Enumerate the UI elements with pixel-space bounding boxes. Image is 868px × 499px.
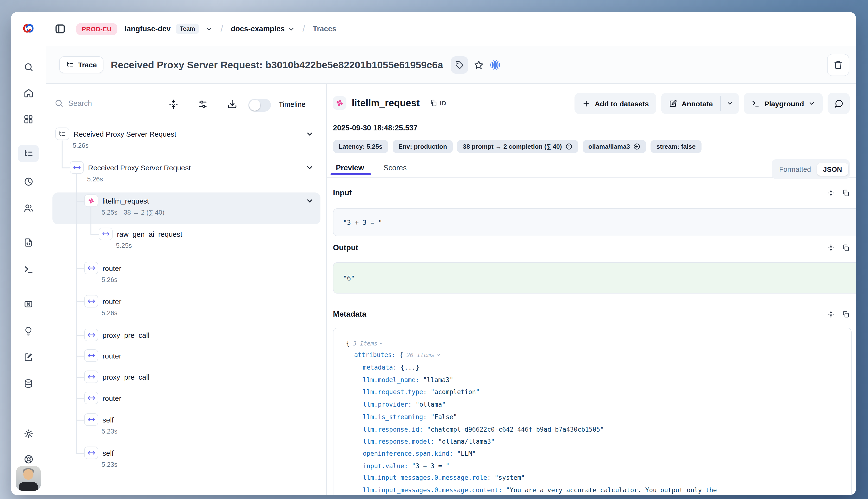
sidebar-item-playground[interactable] [18,261,39,278]
collapse-all-button[interactable] [168,99,179,109]
globe-icon [489,59,501,71]
metadata-json-line: {3 Items [346,340,384,347]
tab-scores[interactable]: Scores [383,163,407,172]
sidebar-item-dashboard[interactable] [18,111,39,128]
tree-row-router[interactable]: router [84,295,121,307]
span-move-horizontal-icon [87,264,95,272]
tree-guide-elbow [76,377,84,377]
org-logo [23,23,34,34]
tree-row-raw-gen-ai-request[interactable]: raw_gen_ai_request [99,228,182,240]
json-key: attributes: [354,351,395,358]
sidebar-item-evaluation[interactable] [18,322,39,340]
json-value: "3 + 3 = " [412,462,450,470]
sidebar-item-users[interactable] [18,199,39,217]
timeline-toggle[interactable] [248,99,271,112]
json-key: llm.response.id: [363,426,423,433]
tree-row-label: raw_gen_ai_request [117,230,182,238]
public-globe-button[interactable] [489,59,501,71]
sidebar-item-prompts[interactable] [18,234,39,251]
download-button[interactable] [227,99,237,109]
tree-row-collapse-chevron[interactable] [306,163,314,172]
plus-circle-icon[interactable] [634,143,641,150]
json-items-expander[interactable]: 3 Items [353,340,384,347]
tree-settings-button[interactable] [198,99,208,109]
sidebar-item-support[interactable] [18,450,39,468]
breadcrumb: PROD-EU langfuse-dev Team / docs-example… [46,12,856,46]
comments-button[interactable] [828,93,850,114]
annotate-button[interactable]: Annotate [661,93,721,114]
span-move-horizontal-icon [102,230,109,238]
json-value: "ollama/llama3" [438,438,494,445]
sidebar-item-scores[interactable] [18,295,39,313]
observation-badge: Env: production [393,140,453,153]
sidebar-item-settings[interactable] [18,425,39,442]
observation-badge: Latency: 5.25s [333,140,388,153]
format-option-json[interactable]: JSON [817,163,848,175]
dashboard-grid-icon [24,114,33,124]
info-circle-icon[interactable] [565,143,573,150]
delete-trace-button[interactable] [827,54,849,76]
tree-row-router[interactable]: router [84,392,121,404]
tree-row-proxy-pre-call[interactable]: proxy_pre_call [84,329,149,341]
sidebar-item-search[interactable] [18,58,39,75]
tree-row-self[interactable]: self [84,413,114,426]
json-brace: { [399,351,403,358]
playground-button[interactable]: Playground [744,93,823,114]
json-items-expander[interactable]: 20 Items [406,352,441,358]
sidebar-item-home[interactable] [18,84,39,101]
add-to-datasets-button[interactable]: Add to datasets [574,93,657,114]
project-chevron-down-icon[interactable] [288,25,295,33]
annotate-dropdown-chevron[interactable] [721,93,739,114]
tree-row-received-proxy-server-request[interactable]: Received Proxy Server Request [55,127,176,140]
tree-row-received-proxy-server-request[interactable]: Received Proxy Server Request [70,161,191,174]
tree-guide-elbow [76,398,84,399]
sidebar-item-traces[interactable] [18,145,39,162]
tree-row-collapse-chevron[interactable] [306,197,314,205]
organization-name[interactable]: langfuse-dev [125,25,171,33]
json-key: llm.response.model: [363,438,434,445]
tag-button[interactable] [451,56,468,73]
format-option-formatted[interactable]: Formatted [773,165,817,173]
copy-icon[interactable] [842,244,850,252]
tree-row-label: Received Proxy Server Request [74,130,176,138]
tree-row-label: self [102,415,114,424]
environment-badge[interactable]: PROD-EU [76,23,118,35]
project-name[interactable]: docs-examples [231,25,285,33]
tree-row-label: router [102,394,121,402]
sidebar-item-annotation[interactable] [18,349,39,366]
tree-guide-elbow [76,419,84,420]
knot-logo-icon [23,23,34,34]
tree-row-collapse-chevron[interactable] [306,130,314,138]
json-key: llm.provider: [363,401,412,408]
tab-preview[interactable]: Preview [336,163,364,172]
tree-row-router[interactable]: router [84,349,121,362]
file-code-icon [24,238,33,247]
fold-vertical-icon[interactable] [827,244,835,252]
fold-vertical-icon[interactable] [827,311,835,318]
copy-icon[interactable] [842,311,850,318]
fold-vertical-icon[interactable] [827,189,835,197]
tree-row-self[interactable]: self [84,447,114,459]
copy-icon[interactable] [842,189,850,197]
user-avatar[interactable] [16,466,41,491]
section-name[interactable]: Traces [313,25,336,33]
tree-row-router[interactable]: router [84,262,121,274]
sidebar-item-sessions[interactable] [18,173,39,190]
output-section-header: Output [333,243,850,252]
tree-row-litellm-request[interactable]: litellm_request [84,194,149,207]
breadcrumb-separator: / [221,24,223,34]
org-chevron-down-icon[interactable] [206,25,213,33]
tree-guide-elbow [76,301,84,302]
star-button[interactable] [474,59,484,70]
copy-id-button[interactable]: ID [427,99,449,107]
tree-row-label: router [102,264,121,272]
sidebar-item-datasets[interactable] [18,375,39,392]
trash-icon [833,60,843,70]
trace-tree-icon [23,148,34,159]
observation-badge: 38 prompt → 2 completion (∑ 40) [457,140,578,153]
terminal-icon [752,99,760,108]
sidebar-toggle-button[interactable] [53,22,68,36]
trace-type-chip[interactable]: Trace [59,56,103,73]
tree-row-proxy-pre-call[interactable]: proxy_pre_call [84,370,149,383]
tree-search-input[interactable]: Search [68,99,92,108]
